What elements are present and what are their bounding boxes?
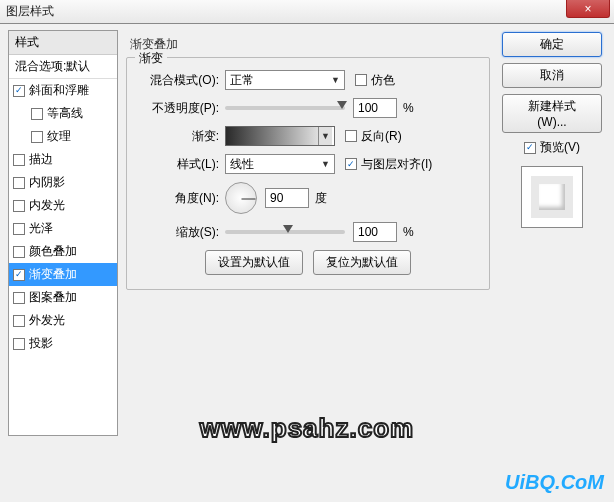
chevron-down-icon: ▼ [321, 159, 330, 169]
input-opacity[interactable]: 100 [353, 98, 397, 118]
label-dither: 仿色 [371, 72, 395, 89]
checkbox-icon [13, 200, 25, 212]
cancel-button[interactable]: 取消 [502, 63, 602, 88]
unit-opacity: % [403, 101, 414, 115]
preview-icon [531, 176, 573, 218]
checkbox-icon [31, 131, 43, 143]
sidebar: 样式 混合选项:默认 ✓斜面和浮雕等高线纹理描边内阴影内发光光泽颜色叠加✓渐变叠… [8, 30, 118, 436]
content: 样式 混合选项:默认 ✓斜面和浮雕等高线纹理描边内阴影内发光光泽颜色叠加✓渐变叠… [0, 24, 614, 444]
checkbox-icon [13, 338, 25, 350]
checkbox-icon: ✓ [345, 158, 357, 170]
checkbox-icon [355, 74, 367, 86]
sidebar-item-label: 外发光 [29, 312, 65, 329]
checkbox-icon [13, 315, 25, 327]
close-button[interactable]: × [566, 0, 610, 18]
gradient-picker[interactable]: ▼ [225, 126, 335, 146]
sidebar-item-label: 描边 [29, 151, 53, 168]
label-reverse: 反向(R) [361, 128, 402, 145]
preview-thumbnail [521, 166, 583, 228]
input-angle[interactable]: 90 [265, 188, 309, 208]
checkbox-dither[interactable]: 仿色 [355, 72, 395, 89]
sidebar-item-label: 颜色叠加 [29, 243, 77, 260]
label-scale: 缩放(S): [137, 224, 219, 241]
sidebar-item-10[interactable]: 外发光 [9, 309, 117, 332]
angle-dial[interactable] [225, 182, 257, 214]
label-gradient: 渐变: [137, 128, 219, 145]
chevron-down-icon: ▼ [331, 75, 340, 85]
sidebar-item-6[interactable]: 光泽 [9, 217, 117, 240]
sidebar-item-label: 斜面和浮雕 [29, 82, 89, 99]
label-style: 样式(L): [137, 156, 219, 173]
titlebar: 图层样式 × [0, 0, 614, 24]
row-scale: 缩放(S): 100 % [137, 222, 479, 242]
sidebar-item-label: 内发光 [29, 197, 65, 214]
label-blend-mode: 混合模式(O): [137, 72, 219, 89]
sidebar-item-1[interactable]: 等高线 [9, 102, 117, 125]
right-column: 确定 取消 新建样式(W)... ✓ 预览(V) [498, 30, 606, 436]
sidebar-item-label: 光泽 [29, 220, 53, 237]
input-scale[interactable]: 100 [353, 222, 397, 242]
sidebar-item-label: 内阴影 [29, 174, 65, 191]
checkbox-reverse[interactable]: 反向(R) [345, 128, 402, 145]
sidebar-item-label: 投影 [29, 335, 53, 352]
sidebar-item-5[interactable]: 内发光 [9, 194, 117, 217]
sidebar-item-3[interactable]: 描边 [9, 148, 117, 171]
checkbox-preview[interactable]: ✓ 预览(V) [524, 139, 580, 156]
sidebar-item-4[interactable]: 内阴影 [9, 171, 117, 194]
defaults-row: 设置为默认值 复位为默认值 [137, 250, 479, 275]
checkbox-icon [345, 130, 357, 142]
sidebar-item-11[interactable]: 投影 [9, 332, 117, 355]
slider-thumb-icon [337, 101, 347, 109]
sidebar-blend-options[interactable]: 混合选项:默认 [9, 55, 117, 79]
make-default-button[interactable]: 设置为默认值 [205, 250, 303, 275]
label-opacity: 不透明度(P): [137, 100, 219, 117]
label-angle: 角度(N): [137, 190, 219, 207]
sidebar-item-label: 图案叠加 [29, 289, 77, 306]
opacity-value: 100 [358, 101, 378, 115]
slider-thumb-icon [283, 225, 293, 233]
sidebar-item-9[interactable]: 图案叠加 [9, 286, 117, 309]
main-panel: 渐变叠加 渐变 混合模式(O): 正常 ▼ 仿色 不透明度(P): 100 % [118, 30, 498, 436]
group-legend: 渐变 [135, 50, 167, 67]
ok-button[interactable]: 确定 [502, 32, 602, 57]
sidebar-item-2[interactable]: 纹理 [9, 125, 117, 148]
dial-needle-icon [242, 199, 256, 200]
checkbox-icon [13, 177, 25, 189]
watermark-psahz: www.psahz.com [200, 413, 414, 444]
checkbox-icon [13, 154, 25, 166]
sidebar-header: 样式 [9, 31, 117, 55]
select-style[interactable]: 线性 ▼ [225, 154, 335, 174]
gradient-group: 渐变 混合模式(O): 正常 ▼ 仿色 不透明度(P): 100 % 渐 [126, 57, 490, 290]
sidebar-list: ✓斜面和浮雕等高线纹理描边内阴影内发光光泽颜色叠加✓渐变叠加图案叠加外发光投影 [9, 79, 117, 355]
new-style-button[interactable]: 新建样式(W)... [502, 94, 602, 133]
unit-scale: % [403, 225, 414, 239]
sidebar-item-label: 纹理 [47, 128, 71, 145]
row-opacity: 不透明度(P): 100 % [137, 98, 479, 118]
checkbox-icon: ✓ [13, 85, 25, 97]
row-blend-mode: 混合模式(O): 正常 ▼ 仿色 [137, 70, 479, 90]
checkbox-icon [13, 246, 25, 258]
sidebar-item-label: 等高线 [47, 105, 83, 122]
reset-default-button[interactable]: 复位为默认值 [313, 250, 411, 275]
unit-angle: 度 [315, 190, 327, 207]
scale-value: 100 [358, 225, 378, 239]
checkbox-icon: ✓ [524, 142, 536, 154]
panel-title: 渐变叠加 [126, 34, 490, 55]
slider-opacity[interactable] [225, 106, 345, 110]
checkbox-align[interactable]: ✓ 与图层对齐(I) [345, 156, 432, 173]
watermark-uibq: UiBQ.CoM [505, 471, 604, 494]
sidebar-item-7[interactable]: 颜色叠加 [9, 240, 117, 263]
label-align: 与图层对齐(I) [361, 156, 432, 173]
slider-scale[interactable] [225, 230, 345, 234]
row-style: 样式(L): 线性 ▼ ✓ 与图层对齐(I) [137, 154, 479, 174]
sidebar-item-8[interactable]: ✓渐变叠加 [9, 263, 117, 286]
sidebar-item-0[interactable]: ✓斜面和浮雕 [9, 79, 117, 102]
checkbox-icon [13, 223, 25, 235]
checkbox-icon [31, 108, 43, 120]
checkbox-icon: ✓ [13, 269, 25, 281]
select-blend-mode[interactable]: 正常 ▼ [225, 70, 345, 90]
close-icon: × [584, 2, 591, 16]
label-preview: 预览(V) [540, 139, 580, 156]
row-gradient: 渐变: ▼ 反向(R) [137, 126, 479, 146]
window-title: 图层样式 [6, 3, 54, 20]
